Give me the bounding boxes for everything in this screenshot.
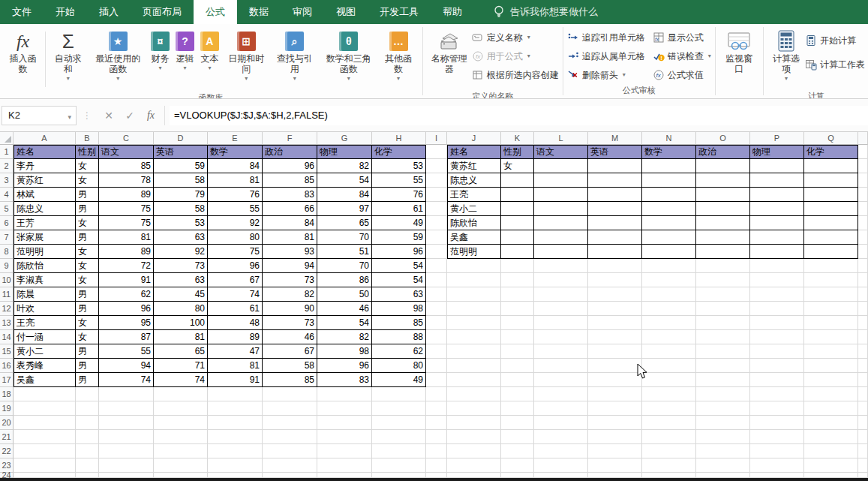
cell-C12[interactable]: 96 <box>99 302 154 316</box>
cell-E4[interactable]: 76 <box>208 188 263 202</box>
cell-B9[interactable]: 女 <box>76 259 99 273</box>
cell-N5[interactable] <box>642 202 696 216</box>
column-header-C[interactable]: C <box>99 132 154 145</box>
column-header-I[interactable]: I <box>426 132 447 145</box>
cell-J8[interactable]: 范明明 <box>447 245 501 259</box>
cell-B11[interactable]: 男 <box>76 287 99 302</box>
cell-P15[interactable] <box>750 344 804 359</box>
cell-D11[interactable]: 45 <box>154 287 208 302</box>
cell-Q8[interactable] <box>804 245 858 259</box>
cell-G17[interactable]: 83 <box>317 373 372 387</box>
cell-Q12[interactable] <box>804 302 858 316</box>
tab-home[interactable]: 开始 <box>44 0 87 24</box>
cell-Q14[interactable] <box>804 330 858 344</box>
cell-E21[interactable] <box>208 430 263 444</box>
cell-G16[interactable]: 96 <box>317 359 372 373</box>
cell-K20[interactable] <box>501 416 534 430</box>
cell-G21[interactable] <box>317 430 372 444</box>
cell-C16[interactable]: 94 <box>99 359 154 373</box>
cell-x20[interactable] <box>858 416 868 430</box>
cell-B18[interactable] <box>76 387 99 401</box>
cell-C5[interactable]: 75 <box>99 202 154 216</box>
cell-x2[interactable] <box>858 159 868 173</box>
date-time-button[interactable]: ⊞ 日期和时间 ▾ <box>222 27 271 90</box>
cell-K24[interactable] <box>501 473 534 478</box>
cell-N22[interactable] <box>642 444 696 458</box>
calculate-now-button[interactable]: 开始计算 <box>805 33 865 48</box>
cell-C23[interactable] <box>99 458 154 473</box>
cell-E8[interactable]: 75 <box>208 245 263 259</box>
cell-I21[interactable] <box>426 430 447 444</box>
cell-x23[interactable] <box>858 458 868 473</box>
row-header-10[interactable]: 10 <box>0 273 14 287</box>
cell-K12[interactable] <box>501 302 534 316</box>
cell-E11[interactable]: 74 <box>208 287 263 302</box>
cell-G7[interactable]: 70 <box>317 230 372 245</box>
cell-L15[interactable] <box>534 344 588 359</box>
cell-I5[interactable] <box>426 202 447 216</box>
cell-D12[interactable]: 80 <box>154 302 208 316</box>
cell-B5[interactable]: 男 <box>76 202 99 216</box>
cell-F13[interactable]: 73 <box>263 316 317 330</box>
cell-E23[interactable] <box>208 458 263 473</box>
cell-P2[interactable] <box>750 159 804 173</box>
cell-G18[interactable] <box>317 387 372 401</box>
cell-K18[interactable] <box>501 387 534 401</box>
cell-Q21[interactable] <box>804 430 858 444</box>
name-box-dropdown-icon[interactable]: ▾ <box>68 113 71 121</box>
cell-P3[interactable] <box>750 173 804 188</box>
cell-M21[interactable] <box>588 430 642 444</box>
cell-M17[interactable] <box>588 373 642 387</box>
cell-M4[interactable] <box>588 188 642 202</box>
tab-formulas[interactable]: 公式 <box>194 0 237 24</box>
more-functions-button[interactable]: … 其他函数 ▾ <box>379 27 419 90</box>
recent-functions-button[interactable]: ★ 最近使用的函数 ▾ <box>88 27 148 90</box>
cell-O14[interactable] <box>696 330 750 344</box>
cell-Q1[interactable]: 化学 <box>804 145 858 159</box>
cell-K8[interactable] <box>501 245 534 259</box>
cell-B4[interactable]: 男 <box>76 188 99 202</box>
cell-L3[interactable] <box>534 173 588 188</box>
cell-H8[interactable]: 96 <box>372 245 426 259</box>
cell-B6[interactable]: 女 <box>76 216 99 230</box>
cell-M12[interactable] <box>588 302 642 316</box>
cell-O1[interactable]: 政治 <box>696 145 750 159</box>
cell-M9[interactable] <box>588 259 642 273</box>
cell-A22[interactable] <box>14 444 76 458</box>
cell-F1[interactable]: 政治 <box>263 145 317 159</box>
evaluate-formula-button[interactable]: fx 公式求值 <box>653 68 711 83</box>
cell-F2[interactable]: 96 <box>263 159 317 173</box>
cell-I14[interactable] <box>426 330 447 344</box>
cell-O12[interactable] <box>696 302 750 316</box>
cell-x18[interactable] <box>858 387 868 401</box>
cell-J23[interactable] <box>447 458 501 473</box>
cell-G12[interactable]: 46 <box>317 302 372 316</box>
define-name-button[interactable]: 定义名称 ▾ <box>472 30 559 45</box>
cell-D13[interactable]: 100 <box>154 316 208 330</box>
cell-A21[interactable] <box>14 430 76 444</box>
cell-x14[interactable] <box>858 330 868 344</box>
name-box[interactable]: K2 ▾ <box>2 106 77 125</box>
cell-K21[interactable] <box>501 430 534 444</box>
cell-N9[interactable] <box>642 259 696 273</box>
cell-O23[interactable] <box>696 458 750 473</box>
cell-J20[interactable] <box>447 416 501 430</box>
cell-F16[interactable]: 58 <box>263 359 317 373</box>
row-header-4[interactable]: 4 <box>0 188 14 202</box>
cell-D21[interactable] <box>154 430 208 444</box>
cell-L13[interactable] <box>534 316 588 330</box>
cell-N10[interactable] <box>642 273 696 287</box>
cell-E7[interactable]: 80 <box>208 230 263 245</box>
row-header-14[interactable]: 14 <box>0 330 14 344</box>
cell-D24[interactable] <box>154 473 208 478</box>
cell-B22[interactable] <box>76 444 99 458</box>
cell-I1[interactable] <box>426 145 447 159</box>
column-header-H[interactable]: H <box>372 132 426 145</box>
cell-A12[interactable]: 叶欢 <box>14 302 76 316</box>
cell-M18[interactable] <box>588 387 642 401</box>
row-header-1[interactable]: 1 <box>0 145 14 159</box>
cell-I4[interactable] <box>426 188 447 202</box>
cell-A23[interactable] <box>14 458 76 473</box>
cell-L2[interactable] <box>534 159 588 173</box>
name-manager-button[interactable]: 名称管理器 <box>427 27 472 90</box>
